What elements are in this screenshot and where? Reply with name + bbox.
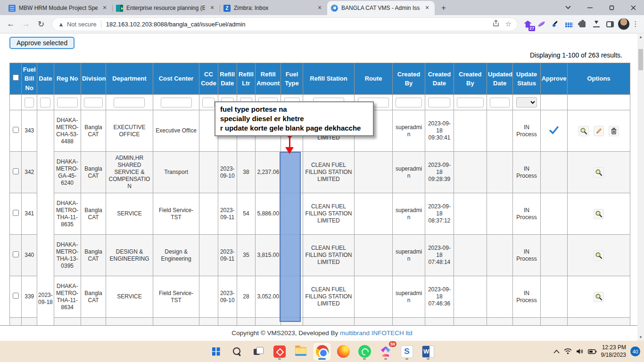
filter-input-date[interactable] <box>40 98 50 107</box>
filter-input-created_by[interactable] <box>396 98 422 107</box>
chrome-menu-icon[interactable]: ⋮ <box>631 20 640 28</box>
view-button[interactable] <box>594 292 604 302</box>
results-summary: Displaying 1-100 of 263 results. <box>530 51 622 59</box>
profile-avatar[interactable] <box>617 18 630 31</box>
clock[interactable]: 12:23 PM 9/18/2023 <box>601 344 626 359</box>
filter-input-reg_no[interactable] <box>57 98 78 107</box>
column-header[interactable]: Refill Amount <box>256 63 281 95</box>
view-button[interactable] <box>594 209 604 219</box>
column-header[interactable]: CC Code <box>199 63 218 95</box>
taskbar-clickup-icon[interactable]: 59 <box>377 343 395 361</box>
not-secure-warning-icon: ▲ <box>58 21 64 28</box>
view-button[interactable] <box>578 126 589 136</box>
view-button[interactable] <box>594 167 604 178</box>
filter-input-division[interactable] <box>84 98 103 107</box>
column-header[interactable]: Division <box>81 63 106 95</box>
tab-close-icon[interactable]: × <box>423 4 431 12</box>
row-checkbox[interactable] <box>13 127 19 133</box>
column-header[interactable]: Route <box>355 63 392 95</box>
scrollbar-thumb[interactable] <box>638 49 643 70</box>
filter-input-fuel_bill_no[interactable] <box>25 98 34 107</box>
minimize-button[interactable] <box>579 0 601 15</box>
extensions-puzzle-icon[interactable] <box>576 18 589 31</box>
volume-icon[interactable] <box>576 348 584 354</box>
taskbar: 59SW 12:23 PM 9/18/2023 40 <box>0 341 644 362</box>
column-header[interactable]: Cost Center <box>153 63 199 95</box>
taskbar-sublime-icon[interactable]: S <box>398 343 416 361</box>
share-icon[interactable] <box>492 20 500 28</box>
approved-check-icon[interactable] <box>549 130 559 136</box>
column-header[interactable]: Refill Station <box>303 63 355 95</box>
edit-button[interactable] <box>594 126 604 136</box>
tab-close-icon[interactable]: × <box>208 4 216 12</box>
download-icon[interactable] <box>590 18 603 31</box>
taskbar-anydesk-icon[interactable] <box>271 343 289 361</box>
column-header[interactable]: Updated Date <box>487 63 513 95</box>
bookmark-extension-icon[interactable]: 27 <box>521 18 534 31</box>
row-checkbox[interactable] <box>13 251 19 257</box>
column-header[interactable]: Created By <box>454 63 487 95</box>
close-button[interactable] <box>622 0 644 15</box>
tab-close-icon[interactable]: × <box>101 4 108 12</box>
browser-tab[interactable]: MBW HRM Module Project Speci× <box>5 1 112 15</box>
calculator-icon[interactable] <box>562 18 575 31</box>
filter-input-updated_date[interactable] <box>490 98 510 107</box>
color-picker-icon[interactable] <box>549 18 561 31</box>
column-header[interactable]: Options <box>568 63 630 95</box>
tab-search-chevron-icon[interactable] <box>557 0 579 15</box>
filter-select-update-status[interactable] <box>516 97 537 107</box>
row-checkbox[interactable] <box>13 210 19 216</box>
scroll-down-arrow[interactable]: ▼ <box>637 334 644 341</box>
taskbar-word-icon[interactable]: W <box>419 343 437 361</box>
browser-tab[interactable]: Enterprise resource planning (ER× <box>112 1 220 15</box>
taskbar-chrome-icon[interactable] <box>313 343 331 361</box>
bookmark-star-icon[interactable]: ☆ <box>505 20 512 28</box>
filter-input-cost_center[interactable] <box>161 98 192 107</box>
tab-close-icon[interactable]: × <box>316 4 323 12</box>
column-header[interactable]: Reg No <box>54 63 81 95</box>
side-panel-icon[interactable] <box>603 18 616 31</box>
filter-input-department[interactable] <box>114 98 145 107</box>
view-button[interactable] <box>594 250 604 261</box>
tray-chevron-icon[interactable] <box>553 350 560 354</box>
column-header[interactable]: Refill Date <box>218 63 237 95</box>
taskbar-task-view-icon[interactable] <box>249 343 267 361</box>
reload-icon[interactable]: ↻ <box>34 17 48 31</box>
developer-link[interactable]: multibrand INFOTECH ltd <box>340 329 413 337</box>
column-header[interactable]: Created Date <box>425 63 454 95</box>
taskbar-start-icon[interactable] <box>207 343 225 361</box>
taskbar-search-icon[interactable] <box>228 343 246 361</box>
scroll-up-arrow[interactable]: ▲ <box>637 34 644 41</box>
column-header[interactable]: Update Status <box>513 63 540 95</box>
back-icon[interactable]: ← <box>4 17 18 31</box>
column-header[interactable]: Approve <box>540 63 567 95</box>
vertical-scrollbar[interactable]: ▲ ▼ <box>637 34 644 341</box>
filter-input-created_date[interactable] <box>428 98 450 107</box>
forward-icon[interactable]: → <box>19 17 33 31</box>
browser-tab[interactable]: BANGLA CAT VMS - Admin Issue× <box>327 1 435 15</box>
filter-input-cc_code[interactable] <box>202 98 215 107</box>
column-header[interactable]: Refill Ltr <box>237 63 255 95</box>
taskbar-firefox-icon[interactable] <box>334 343 352 361</box>
row-checkbox[interactable] <box>13 168 19 174</box>
select-all-checkbox[interactable] <box>13 74 19 81</box>
taskbar-file-explorer-icon[interactable] <box>292 343 310 361</box>
new-tab-button[interactable]: + <box>438 2 450 14</box>
column-header[interactable]: Fuel Type <box>281 63 303 95</box>
column-header[interactable]: Department <box>106 63 153 95</box>
row-checkbox[interactable] <box>13 293 19 299</box>
taskbar-whatsapp-icon[interactable] <box>355 343 373 361</box>
battery-icon[interactable] <box>588 349 597 354</box>
filter-input-created_by2[interactable] <box>457 98 484 107</box>
notification-badge[interactable]: 40 <box>630 346 640 356</box>
address-bar[interactable]: ▲ Not secure 182.163.102.203:8088/bangla… <box>52 17 518 31</box>
column-header[interactable]: Created By <box>392 63 425 95</box>
feather-extension-icon[interactable] <box>535 18 548 31</box>
approve-selected-button[interactable]: Approve selected <box>9 37 74 49</box>
column-header[interactable]: Fuel Bill No <box>22 63 37 95</box>
maximize-button[interactable] <box>601 0 622 15</box>
column-header[interactable]: Date <box>37 63 54 95</box>
wifi-icon[interactable] <box>564 348 572 354</box>
browser-tab[interactable]: ZZimbra: Inbox× <box>220 1 327 15</box>
delete-button[interactable] <box>609 126 619 136</box>
